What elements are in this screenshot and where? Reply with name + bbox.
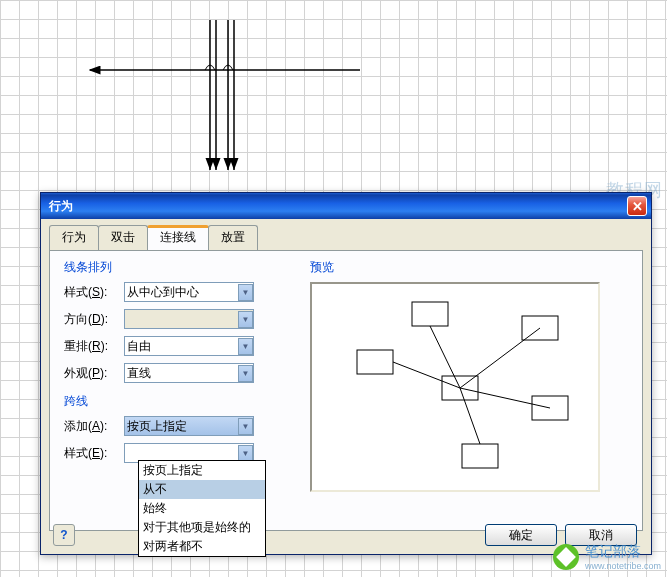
chevron-down-icon: ▼	[238, 338, 253, 355]
tab-connector[interactable]: 连接线	[147, 225, 209, 250]
chevron-down-icon: ▼	[238, 445, 253, 462]
rearrange-combo[interactable]: 自由▼	[124, 336, 254, 356]
dropdown-option[interactable]: 按页上指定	[139, 461, 265, 480]
help-icon: ?	[60, 528, 67, 542]
tab-panel-connector: 线条排列 样式(S): 从中心到中心▼ 方向(D): ▼ 重排(R): 自由▼ …	[49, 250, 643, 531]
svg-line-11	[393, 362, 460, 388]
help-button[interactable]: ?	[53, 524, 75, 546]
chevron-down-icon: ▼	[238, 418, 253, 435]
style-label: 样式(S):	[64, 284, 124, 301]
watermark-brand: 笔记部落	[585, 543, 661, 561]
watermark-badge-icon	[553, 544, 579, 570]
preview-box	[310, 282, 600, 492]
behavior-dialog: 行为 ✕ 行为 双击 连接线 放置 线条排列 样式(S): 从中心到中心▼ 方向…	[40, 192, 652, 555]
dropdown-option[interactable]: 对两者都不	[139, 537, 265, 556]
group-crossline: 跨线	[64, 393, 294, 410]
appearance-combo[interactable]: 直线▼	[124, 363, 254, 383]
svg-rect-6	[357, 350, 393, 374]
ok-button[interactable]: 确定	[485, 524, 557, 546]
direction-combo: ▼	[124, 309, 254, 329]
tab-strip: 行为 双击 连接线 放置	[41, 219, 651, 250]
dropdown-option[interactable]: 对于其他项是始终的	[139, 518, 265, 537]
style-combo[interactable]: 从中心到中心▼	[124, 282, 254, 302]
chevron-down-icon: ▼	[238, 365, 253, 382]
add-dropdown-list[interactable]: 按页上指定 从不 始终 对于其他项是始终的 对两者都不	[138, 460, 266, 557]
rearrange-label: 重排(R):	[64, 338, 124, 355]
dropdown-option[interactable]: 从不	[139, 480, 265, 499]
dialog-title: 行为	[49, 198, 627, 215]
close-button[interactable]: ✕	[627, 196, 647, 216]
group-preview: 预览	[310, 259, 620, 276]
chevron-down-icon: ▼	[238, 311, 253, 328]
svg-rect-7	[412, 302, 448, 326]
svg-rect-10	[462, 444, 498, 468]
titlebar[interactable]: 行为 ✕	[41, 193, 651, 219]
watermark: 笔记部落 www.notetribe.com	[553, 543, 661, 571]
tab-doubleclick[interactable]: 双击	[98, 225, 148, 250]
watermark-url: www.notetribe.com	[585, 561, 661, 571]
add-combo[interactable]: 按页上指定▼	[124, 416, 254, 436]
appearance-label: 外观(P):	[64, 365, 124, 382]
svg-line-13	[460, 328, 540, 388]
add-label: 添加(A):	[64, 418, 124, 435]
direction-label: 方向(D):	[64, 311, 124, 328]
group-line-arrange: 线条排列	[64, 259, 294, 276]
preview-diagram	[312, 284, 602, 494]
tab-placement[interactable]: 放置	[208, 225, 258, 250]
dropdown-option[interactable]: 始终	[139, 499, 265, 518]
style2-label: 样式(E):	[64, 445, 124, 462]
chevron-down-icon: ▼	[238, 284, 253, 301]
tab-behavior[interactable]: 行为	[49, 225, 99, 250]
